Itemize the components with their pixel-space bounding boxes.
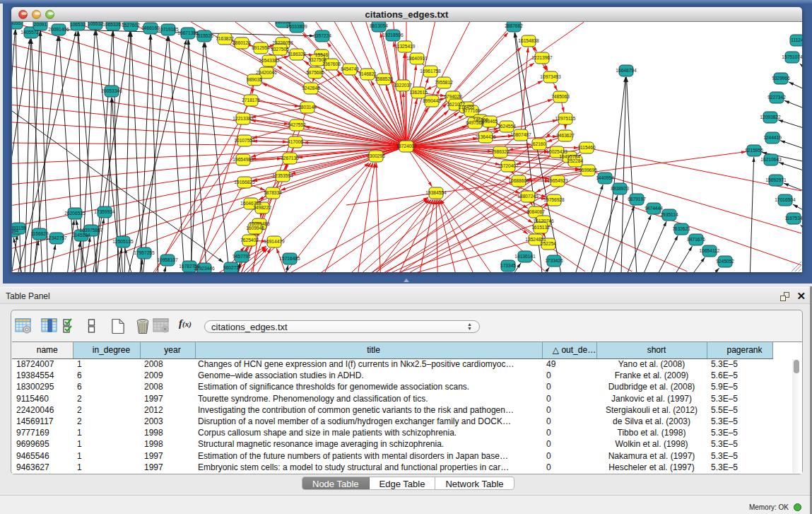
svg-text:3267130: 3267130 — [281, 156, 299, 160]
svg-text:8912954: 8912954 — [252, 45, 270, 50]
svg-text:9474444: 9474444 — [645, 206, 663, 211]
svg-text:20091: 20091 — [34, 22, 47, 27]
svg-text:8860124: 8860124 — [233, 40, 251, 45]
svg-text:16648794: 16648794 — [616, 68, 637, 73]
svg-text:2718176: 2718176 — [242, 98, 260, 103]
svg-text:16914479: 16914479 — [264, 239, 285, 244]
svg-text:2300295: 2300295 — [367, 153, 385, 158]
svg-text:1145194: 1145194 — [72, 233, 90, 238]
svg-text:16961758: 16961758 — [420, 69, 441, 74]
svg-text:26206535: 26206535 — [64, 211, 86, 216]
svg-text:6466160: 6466160 — [141, 25, 160, 30]
svg-text:10543382: 10543382 — [259, 58, 280, 63]
svg-text:7632621: 7632621 — [672, 226, 690, 231]
svg-text:7625402: 7625402 — [240, 238, 259, 243]
svg-text:15546: 15546 — [315, 52, 329, 57]
svg-text:23420046: 23420046 — [256, 70, 277, 75]
svg-text:7986322: 7986322 — [491, 149, 510, 154]
svg-text:15716485: 15716485 — [279, 256, 300, 261]
svg-text:1440954: 1440954 — [596, 175, 614, 180]
svg-text:10958107: 10958107 — [157, 257, 178, 262]
svg-text:9699695: 9699695 — [579, 168, 597, 173]
svg-text:140557: 140557 — [12, 22, 23, 25]
svg-text:15692971: 15692971 — [765, 177, 787, 182]
svg-text:17359934: 17359934 — [94, 209, 115, 214]
svg-text:3624554: 3624554 — [498, 124, 516, 129]
svg-text:7163822: 7163822 — [216, 36, 234, 41]
svg-text:2367608: 2367608 — [322, 62, 341, 66]
svg-text:252254: 252254 — [541, 241, 556, 246]
svg-text:15751074: 15751074 — [782, 54, 802, 59]
svg-text:8471676: 8471676 — [687, 237, 705, 242]
svg-text:11124: 11124 — [791, 37, 802, 42]
svg-text:1244419: 1244419 — [763, 135, 782, 140]
svg-text:12342757: 12342757 — [46, 235, 67, 240]
svg-text:9242848: 9242848 — [302, 86, 320, 90]
svg-text:12505135: 12505135 — [112, 239, 134, 244]
svg-text:17016504: 17016504 — [775, 197, 796, 202]
svg-text:12213383: 12213383 — [233, 116, 254, 121]
svg-text:18640910: 18640910 — [406, 56, 428, 61]
svg-text:173345: 173345 — [500, 263, 516, 268]
svg-text:8990443: 8990443 — [423, 98, 441, 103]
svg-text:9327505: 9327505 — [271, 47, 289, 52]
svg-text:1167534: 1167534 — [784, 216, 802, 221]
svg-text:21364436: 21364436 — [475, 134, 496, 139]
svg-text:960273: 960273 — [223, 265, 239, 270]
svg-text:1609948: 1609948 — [246, 226, 264, 230]
svg-text:105532: 105532 — [88, 22, 103, 26]
svg-text:3498222: 3498222 — [253, 205, 271, 210]
svg-text:1733426: 1733426 — [545, 258, 563, 263]
svg-text:16210643: 16210643 — [760, 157, 782, 162]
svg-text:12975115: 12975115 — [555, 116, 576, 121]
svg-text:23226058: 23226058 — [272, 40, 293, 45]
svg-text:9777169: 9777169 — [462, 108, 481, 113]
svg-text:17957255: 17957255 — [134, 250, 155, 255]
svg-text:14055724: 14055724 — [20, 30, 42, 35]
svg-text:9146821: 9146821 — [358, 71, 377, 76]
svg-text:5875685: 5875685 — [306, 70, 324, 75]
svg-text:19166825: 19166825 — [234, 180, 255, 185]
svg-text:10653267: 10653267 — [102, 22, 124, 27]
svg-text:1588520: 1588520 — [375, 76, 393, 81]
svg-text:10688609: 10688609 — [508, 178, 529, 183]
svg-text:8215955: 8215955 — [745, 148, 763, 153]
svg-text:9115460: 9115460 — [577, 145, 596, 150]
svg-text:19654983: 19654983 — [233, 157, 254, 162]
svg-text:18807249: 18807249 — [517, 194, 539, 199]
svg-text:20053346: 20053346 — [101, 88, 122, 93]
svg-text:12923446: 12923446 — [194, 266, 215, 271]
svg-text:5878334: 5878334 — [264, 190, 282, 195]
svg-text:989035: 989035 — [247, 77, 262, 82]
svg-text:6794028: 6794028 — [444, 94, 462, 99]
svg-text:9329966: 9329966 — [772, 76, 790, 81]
svg-text:2803144: 2803144 — [298, 105, 317, 110]
svg-text:9463627: 9463627 — [556, 133, 575, 138]
svg-text:16120746: 16120746 — [533, 218, 554, 223]
svg-text:9427552: 9427552 — [288, 122, 306, 127]
svg-text:252284: 252284 — [567, 158, 583, 163]
svg-text:106532: 106532 — [70, 22, 86, 27]
svg-text:1615132: 1615132 — [531, 225, 550, 230]
svg-text:6879197: 6879197 — [628, 197, 646, 201]
svg-text:14136141: 14136141 — [514, 254, 536, 259]
svg-text:12353594: 12353594 — [272, 173, 293, 178]
svg-text:19384554: 19384554 — [425, 190, 447, 195]
svg-text:417006: 417006 — [288, 139, 303, 144]
svg-text:2935114: 2935114 — [660, 212, 678, 217]
svg-text:15720407: 15720407 — [498, 163, 519, 168]
svg-text:16154838: 16154838 — [518, 38, 539, 43]
svg-text:11325419: 11325419 — [395, 44, 416, 49]
svg-text:9457791: 9457791 — [233, 254, 251, 259]
svg-text:8813054: 8813054 — [370, 23, 388, 28]
svg-text:8454749: 8454749 — [341, 66, 359, 71]
svg-text:103975867: 103975867 — [79, 228, 102, 233]
svg-text:10654112: 10654112 — [700, 248, 720, 253]
svg-text:9245052: 9245052 — [716, 259, 734, 264]
svg-text:10973493: 10973493 — [540, 74, 561, 79]
svg-text:393159: 393159 — [12, 226, 26, 230]
svg-text:16033809: 16033809 — [286, 24, 307, 29]
svg-text:8938923: 8938923 — [611, 186, 629, 191]
svg-text:8322037: 8322037 — [394, 83, 412, 88]
svg-text:3357224: 3357224 — [313, 33, 331, 38]
